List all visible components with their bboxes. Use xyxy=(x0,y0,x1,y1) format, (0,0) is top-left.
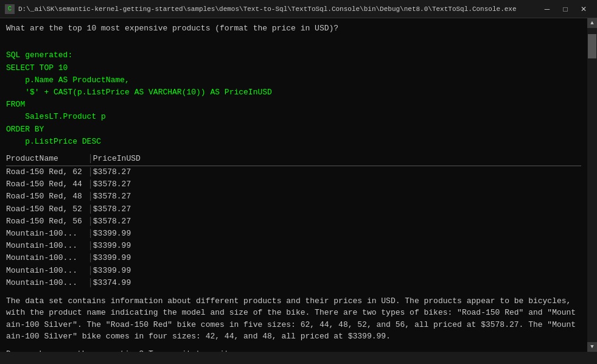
app-icon: C xyxy=(5,4,15,14)
sql-line-5: SalesLT.Product p xyxy=(6,111,581,122)
table-row: Road-150 Red, 44 │ $3578.27 xyxy=(6,178,581,191)
table-row: Road-150 Red, 52 │ $3578.27 xyxy=(6,203,581,215)
scroll-track[interactable] xyxy=(587,28,597,342)
table-row: Mountain-100... │ $3399.99 xyxy=(6,240,581,252)
title-bar: C D:\_ai\SK\semantic-kernel-getting-star… xyxy=(0,0,597,18)
command-input[interactable] xyxy=(5,354,592,363)
table-header-row: ProductName │ PriceInUSD xyxy=(6,153,581,166)
window-title: D:\_ai\SK\semantic-kernel-getting-starte… xyxy=(18,5,517,13)
scrollbar[interactable]: ▲ ▼ xyxy=(587,18,597,352)
col-header-product: ProductName xyxy=(6,153,88,164)
table-row: Mountain-100... │ $3374.99 xyxy=(6,277,581,289)
maximize-button[interactable]: □ xyxy=(557,3,574,15)
sql-line-6: ORDER BY xyxy=(6,124,581,135)
scroll-up-button[interactable]: ▲ xyxy=(587,18,597,28)
bottom-bar xyxy=(0,352,597,364)
table-row: Road-150 Red, 48 │ $3578.27 xyxy=(6,191,581,203)
terminal-output[interactable]: What are the top 10 most expensive produ… xyxy=(0,18,587,352)
table-row: Mountain-100... │ $3399.99 xyxy=(6,228,581,240)
table-row: Mountain-100... │ $3399.99 xyxy=(6,265,581,277)
sql-line-3: '$' + CAST(p.ListPrice AS VARCHAR(10)) A… xyxy=(6,87,581,98)
summary-text: The data set contains information about … xyxy=(6,295,581,343)
table-row: Road-150 Red, 62 │ $3578.27 xyxy=(6,166,581,178)
scroll-down-button[interactable]: ▼ xyxy=(587,342,597,352)
sql-line-7: p.ListPrice DESC xyxy=(6,136,581,147)
col-header-price: PriceInUSD xyxy=(93,153,166,164)
table-row: Mountain-100... │ $3399.99 xyxy=(6,252,581,264)
window: C D:\_ai\SK\semantic-kernel-getting-star… xyxy=(0,0,597,364)
close-button[interactable]: ✕ xyxy=(575,3,592,15)
sql-line-1: SELECT TOP 10 xyxy=(6,63,581,74)
table-row: Road-150 Red, 56 │ $3578.27 xyxy=(6,215,581,228)
sql-label: SQL generated: xyxy=(6,50,581,61)
title-bar-left: C D:\_ai\SK\semantic-kernel-getting-star… xyxy=(5,4,517,14)
results-table: ProductName │ PriceInUSD Road-150 Red, 6… xyxy=(6,153,581,289)
sql-line-4: FROM xyxy=(6,99,581,110)
content-area: What are the top 10 most expensive produ… xyxy=(0,18,597,352)
scroll-thumb[interactable] xyxy=(588,34,596,58)
window-controls: ─ □ ✕ xyxy=(539,3,592,15)
question-text: What are the top 10 most expensive produ… xyxy=(6,23,581,34)
sql-line-2: p.Name AS ProductName, xyxy=(6,75,581,86)
minimize-button[interactable]: ─ xyxy=(539,3,556,15)
